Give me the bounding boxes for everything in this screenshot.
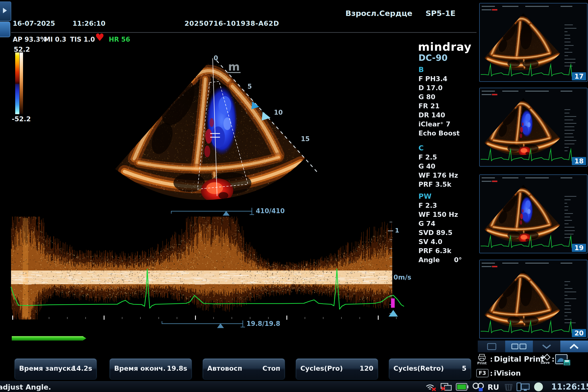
time-scrubber-handle[interactable] bbox=[217, 324, 224, 328]
softkey-label: Время запуска bbox=[19, 364, 76, 372]
param-row-angle: Angle0° bbox=[418, 255, 462, 264]
param-row: WF 176 Hz bbox=[418, 171, 458, 180]
cine-progress-bar[interactable] bbox=[12, 336, 86, 340]
param-row: PRF 3.5k bbox=[418, 180, 458, 189]
softkey-value: 19.8s bbox=[167, 364, 187, 372]
softkey-value: 14.2s bbox=[72, 364, 92, 372]
model-label: DC-90 bbox=[418, 53, 448, 63]
softkey-label: Время оконч. bbox=[114, 364, 166, 372]
battery-icon[interactable] bbox=[456, 383, 469, 391]
clock: 11:26:15 bbox=[551, 382, 588, 392]
save-key-label: Save bbox=[538, 361, 552, 364]
softkey-label: Cycles(Retro) bbox=[394, 364, 444, 372]
layout-single-button[interactable] bbox=[478, 340, 505, 352]
param-row: F 2.3 bbox=[418, 201, 462, 210]
chevron-down-icon bbox=[533, 340, 560, 352]
param-row: PRF 6.3k bbox=[418, 246, 462, 255]
softkey-autoplay[interactable]: АвтовоспСтоп bbox=[202, 358, 285, 380]
param-row: SVD 89.5 bbox=[418, 228, 462, 237]
softkey-label: Cycles(Pro) bbox=[300, 364, 343, 372]
status-message: adjust Angle. bbox=[0, 383, 51, 391]
param-row: WF 150 Hz bbox=[418, 210, 462, 219]
taskbar: adjust Angle. RU 11:26:15 bbox=[0, 381, 588, 392]
softkey-start-time[interactable]: Время запуска14.2s bbox=[14, 358, 97, 380]
clip-thumbnail-18[interactable]: 18 bbox=[479, 88, 588, 166]
camera-icon[interactable] bbox=[472, 382, 484, 392]
param-row: FR 21 bbox=[418, 102, 460, 110]
computer-icon[interactable] bbox=[516, 382, 530, 391]
frame-scrubber-handle[interactable] bbox=[223, 211, 230, 216]
display-disconnected-icon[interactable] bbox=[440, 382, 454, 391]
b-mode-title: B bbox=[418, 65, 460, 74]
keyboard-language-indicator[interactable]: RU bbox=[488, 383, 499, 392]
f3-key-label: F3 bbox=[476, 369, 488, 377]
clip-thumbnail-20[interactable]: 20 bbox=[479, 260, 588, 338]
param-row: Echo Boost bbox=[418, 128, 460, 138]
print-key[interactable]: Print bbox=[475, 354, 489, 365]
clip-number-badge: 19 bbox=[572, 244, 586, 252]
status-orb-icon[interactable] bbox=[534, 382, 543, 391]
param-row: D 17.0 bbox=[418, 83, 460, 92]
separator: : bbox=[552, 355, 554, 363]
pw-mode-params: PW F 2.3WF 150 HzG 74SVD 89.5SV 4.0PRF 6… bbox=[418, 192, 462, 264]
param-row: SV 4.0 bbox=[418, 237, 462, 246]
sweep-cursor-bar bbox=[391, 298, 395, 308]
save-key[interactable]: Save bbox=[538, 353, 552, 364]
clip-number-badge: 20 bbox=[572, 329, 586, 337]
color-mode-title: C bbox=[418, 144, 458, 153]
softkey-value: Стоп bbox=[262, 364, 280, 372]
page-down-button[interactable] bbox=[533, 340, 560, 352]
recycle-bin-icon[interactable] bbox=[503, 382, 514, 391]
softkey-end-time[interactable]: Время оконч.19.8s bbox=[109, 358, 192, 380]
chevron-up-icon bbox=[560, 340, 588, 352]
print-key-label: Print bbox=[475, 361, 489, 365]
softkey-cycles-pro[interactable]: Cycles(Pro)120 bbox=[296, 358, 378, 380]
color-mode-params: C F 2.5G 40WF 176 HzPRF 3.5k bbox=[418, 144, 458, 189]
softkey-label: Автовосп bbox=[207, 364, 242, 372]
wifi-disconnected-icon[interactable] bbox=[425, 383, 438, 391]
image-save-icon bbox=[555, 354, 571, 366]
time-axis-ticks bbox=[12, 316, 397, 320]
save-icon bbox=[540, 353, 550, 361]
param-row: G 40 bbox=[418, 162, 458, 171]
clip-thumbnail-19[interactable]: 19 bbox=[479, 174, 588, 253]
softkey-cycles-retro[interactable]: Cycles(Retro)5 bbox=[388, 358, 472, 380]
param-row: DR 140 bbox=[418, 110, 460, 120]
brand-logo: mindray bbox=[418, 40, 472, 54]
clip-number-badge: 17 bbox=[572, 72, 586, 80]
param-row: F 2.5 bbox=[418, 153, 458, 162]
b-mode-params: B F PH3.4D 17.0G 80FR 21DR 140iClear⁺ 7E… bbox=[418, 65, 460, 138]
param-row: F PH3.4 bbox=[418, 74, 460, 83]
save-image-button[interactable] bbox=[555, 354, 571, 368]
param-row: G 80 bbox=[418, 92, 460, 102]
layout-dual-button[interactable] bbox=[505, 340, 533, 352]
page-up-button[interactable] bbox=[560, 340, 588, 352]
ivision-label[interactable]: iVision bbox=[494, 369, 521, 377]
clip-number-badge: 18 bbox=[572, 157, 586, 165]
single-frame-icon bbox=[478, 340, 505, 352]
printer-icon bbox=[478, 354, 486, 361]
clip-thumbnail-17[interactable]: 17 bbox=[479, 3, 588, 82]
ultrasound-screen: Взросл.Сердце SP5-1E 16-07-2025 11:26:10… bbox=[0, 0, 588, 392]
separator: : bbox=[490, 370, 493, 378]
digital-print-label[interactable]: Digital Print bbox=[494, 355, 544, 363]
frame-scrubber-track bbox=[171, 208, 254, 214]
pw-mode-title: PW bbox=[418, 192, 462, 201]
time-scrubber-track bbox=[162, 320, 245, 327]
softkey-value: 120 bbox=[360, 364, 374, 372]
separator: : bbox=[490, 355, 493, 363]
param-row: G 74 bbox=[418, 219, 462, 228]
softkey-value: 5 bbox=[462, 364, 466, 372]
param-row: iClear⁺ 7 bbox=[418, 120, 460, 128]
dual-frame-icon bbox=[505, 340, 533, 352]
